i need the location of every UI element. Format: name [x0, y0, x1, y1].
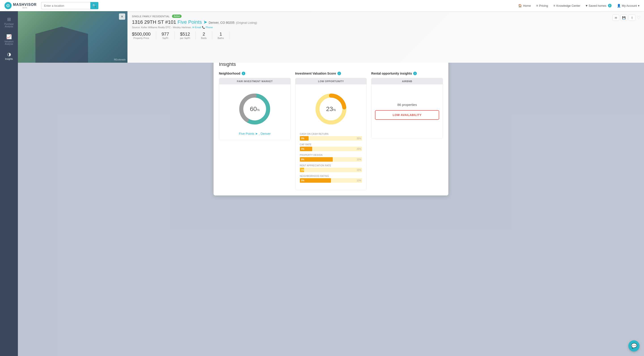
neighborhood-card: FAIR INVESTMENT MARKET: [219, 78, 291, 140]
favorite-button[interactable]: ♡: [636, 15, 641, 21]
bar-track-cash: 5% 35%: [300, 136, 362, 141]
investment-score: 23%: [326, 105, 336, 113]
bar-fill-neighborhood: 5%: [300, 178, 331, 183]
rental-card: AIRBNB 86 properties LOW AVAILABILITY: [371, 78, 443, 138]
logo-icon: [4, 2, 12, 9]
investment-info-icon[interactable]: i: [338, 72, 341, 75]
neighborhood-link[interactable]: Five Points ➤: [178, 19, 207, 25]
header: MASHVISOR BETA 🔍 🏠 Home ≡ Pricing ≡ Know…: [0, 0, 644, 11]
per-sqft-value: $512: [180, 32, 190, 37]
purchase-analysis-icon: ⊞: [7, 17, 11, 22]
svg-point-1: [8, 5, 8, 6]
neighborhood-info-icon[interactable]: i: [242, 72, 245, 75]
bar-fill-cap: 5%: [300, 147, 312, 151]
investment-card: LOW OPPORTUNITY 23%: [295, 78, 367, 190]
original-listing: (Original Listing): [236, 21, 257, 24]
account-icon: 👤: [617, 4, 621, 8]
insights-grid: Neighborhood i FAIR INVESTMENT MARKET: [219, 72, 443, 190]
chat-button[interactable]: 💬: [628, 340, 640, 351]
neighborhood-card-body: 60% Five Points ➤ , Denver: [219, 84, 290, 140]
neighborhood-section-title: Neighborhood i: [219, 72, 291, 75]
sidebar-item-purchase-analysis[interactable]: ⊞ Purchase Analysis: [0, 14, 18, 31]
save-action-button[interactable]: 💾: [620, 15, 627, 21]
action-icons: ✉ 💾 ⇧ ♡: [612, 15, 641, 21]
rental-card-body: 86 properties LOW AVAILABILITY: [372, 84, 443, 138]
search-input[interactable]: [41, 2, 90, 9]
insights-modal: Insights Neighborhood i FAIR INVESTMENT …: [214, 63, 448, 196]
baths-value: 1: [218, 32, 224, 37]
knowledge-icon: ≡: [554, 4, 555, 8]
search-button[interactable]: 🔍: [90, 2, 98, 9]
neighborhood-location-link[interactable]: Five Points ➤ , Denver: [239, 132, 270, 135]
search-area: 🔍: [41, 2, 98, 9]
pricing-icon: ≡: [536, 4, 538, 8]
property-header: ✕ ✉ 💾 ⇧ ♡ SINGLE FAMILY RESIDENTIAL Acti…: [18, 11, 644, 63]
property-stats: $500,000 Property Price 977 Sq/Ft $512 p…: [132, 32, 640, 39]
property-type-row: SINGLE FAMILY RESIDENTIAL Active: [132, 15, 640, 18]
rental-info-icon[interactable]: i: [413, 72, 417, 75]
chat-icon: 💬: [631, 343, 637, 349]
nav-home[interactable]: 🏠 Home: [518, 4, 531, 8]
bar-cash-on-cash: CASH ON CASH RETURN 5% 35%: [300, 133, 362, 141]
baths-label: Baths: [218, 37, 224, 39]
home-icon: 🏠: [518, 4, 522, 8]
investment-card-body: 23% CASH ON CASH RETURN: [296, 84, 367, 190]
sqft-value: 977: [162, 32, 169, 37]
bar-fill-rent: 1%: [300, 168, 304, 172]
price-value: $500,000: [132, 32, 150, 37]
bar-fill-cash: 5%: [300, 136, 308, 141]
stat-sqft: 977 Sq/Ft: [156, 32, 174, 39]
logo-beta: BETA: [13, 7, 37, 9]
nav-saved-homes[interactable]: ♥ Saved homes 8: [586, 4, 612, 8]
saved-count-badge: 8: [608, 4, 612, 8]
bar-property-design: PROPERTY DESIGN 8% 15%: [300, 154, 362, 162]
bar-track-design: 8% 15%: [300, 157, 362, 162]
beds-label: Beds: [201, 37, 206, 39]
content-area: ✕ ✉ 💾 ⇧ ♡ SINGLE FAMILY RESIDENTIAL Acti…: [18, 11, 644, 356]
nav-knowledge-center[interactable]: ≡ Knowledge Center: [554, 4, 580, 8]
rental-card-header: AIRBNB: [372, 78, 443, 84]
insights-icon: ◑: [7, 52, 11, 57]
close-button[interactable]: ✕: [119, 14, 125, 20]
logo-text: MASHVISOR: [13, 3, 37, 7]
email-action-button[interactable]: ✉: [612, 15, 619, 21]
bar-track-neighborhood: 5% 10%: [300, 178, 362, 183]
status-badge: Active: [172, 15, 182, 18]
share-action-button[interactable]: ⇧: [628, 15, 635, 21]
stat-baths: 1 Baths: [212, 32, 230, 39]
bar-label-design: PROPERTY DESIGN: [300, 154, 362, 156]
bar-label-rent: RENT APPRECIATION RATE: [300, 164, 362, 167]
bar-label-cap: CAP RATE: [300, 143, 362, 146]
bar-neighborhood-rating: NEIGHBORHOOD RATING 5% 10%: [300, 175, 362, 183]
stat-beds: 2 Beds: [196, 32, 212, 39]
modal-title: Insights: [219, 63, 443, 67]
property-info: ✉ 💾 ⇧ ♡ SINGLE FAMILY RESIDENTIAL Active…: [128, 11, 644, 63]
stat-price: $500,000 Property Price: [132, 32, 156, 39]
beds-value: 2: [201, 32, 206, 37]
low-availability-button[interactable]: LOW AVAILABILITY: [375, 110, 439, 120]
neighborhood-donut: 60%: [237, 91, 272, 127]
source-row: Source: Keller Williams Realty DTC - Wes…: [132, 26, 640, 29]
bar-track-rent: 1% 15%: [300, 168, 362, 172]
city-state: Denver, CO 80205: [209, 21, 234, 24]
sidebar-item-insights[interactable]: ◑ Insights: [0, 48, 18, 63]
email-contact[interactable]: ✉ Email: [192, 26, 201, 29]
nav-pricing[interactable]: ≡ Pricing: [536, 4, 548, 8]
sqft-label: Sq/Ft: [162, 37, 169, 39]
sidebar-item-label: Insights: [5, 58, 13, 60]
main-layout: ⊞ Purchase Analysis 📈 Valuation Analysis…: [0, 11, 644, 356]
nav-my-account[interactable]: 👤 My Account ▾: [617, 4, 640, 8]
investment-section: Investment Valuation Score i LOW OPPORTU…: [295, 72, 367, 190]
neighborhood-score: 60%: [250, 105, 260, 113]
sidebar-item-valuation-analysis[interactable]: 📈 Valuation Analysis: [0, 31, 18, 48]
rental-properties-count: 86 properties: [397, 103, 417, 107]
bar-fill-design: 8%: [300, 157, 333, 162]
valuation-icon: 📈: [6, 34, 12, 39]
investment-bars: CASH ON CASH RETURN 5% 35%: [300, 133, 362, 186]
sidebar: ⊞ Purchase Analysis 📈 Valuation Analysis…: [0, 11, 18, 356]
bar-track-cap: 5% 25%: [300, 147, 362, 151]
bar-cap-rate: CAP RATE 5% 25%: [300, 143, 362, 151]
investment-donut: 23%: [313, 91, 349, 127]
phone-contact[interactable]: 📞 Phone: [202, 26, 213, 29]
bar-label-cash: CASH ON CASH RETURN: [300, 133, 362, 135]
